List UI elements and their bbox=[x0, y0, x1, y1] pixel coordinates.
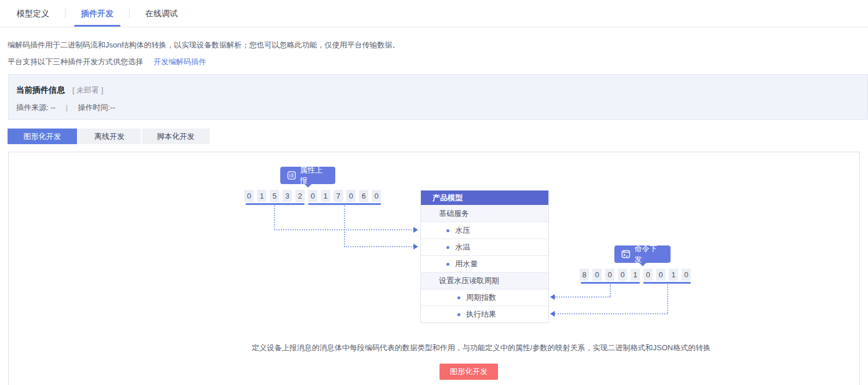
byte-cell: 0 bbox=[346, 190, 356, 202]
codec-description: 编解码插件用于二进制码流和Json结构体的转换，以实现设备数据解析；您也可以忽略… bbox=[8, 40, 400, 50]
top-tabs: 模型定义 插件开发 在线调试 bbox=[16, 0, 179, 27]
row-label: 用水量 bbox=[455, 259, 478, 269]
report-segment-2-underline bbox=[308, 203, 381, 205]
row-label: 基础服务 bbox=[439, 208, 469, 219]
tabs-divider bbox=[0, 27, 868, 27]
byte-cell: 6 bbox=[359, 190, 368, 202]
command-delivery-badge[interactable]: 命令下发 bbox=[614, 245, 671, 263]
command-byte-sequence: 8 0 0 0 1 0 0 1 0 bbox=[580, 269, 691, 281]
plugin-info-title-row: 当前插件信息 [ 未部署 ] bbox=[16, 85, 103, 96]
bullet-icon bbox=[446, 263, 449, 266]
bullet-icon bbox=[457, 313, 460, 316]
report-segment-1-underline bbox=[246, 203, 305, 205]
graphical-dev-button[interactable]: 图形化开发 bbox=[440, 364, 498, 380]
dev-options-label: 平台支持以下三种插件开发方式供您选择 bbox=[8, 57, 143, 66]
byte-cell: 0 bbox=[643, 269, 653, 281]
plugin-development-page: 模型定义 插件开发 在线调试 编解码插件用于二进制码流和Json结构体的转换，以… bbox=[0, 0, 868, 385]
dev-tab-offline[interactable]: 离线开发 bbox=[78, 129, 141, 144]
connector-report-2-vertical bbox=[344, 206, 345, 247]
tab-label: 在线调试 bbox=[145, 9, 178, 18]
command-segment-2-underline bbox=[643, 282, 691, 284]
command-segment-1-underline bbox=[581, 282, 640, 284]
tab-model-definition[interactable]: 模型定义 bbox=[16, 0, 50, 27]
bullet-icon bbox=[446, 229, 449, 232]
graphical-dev-panel: 属性上报 0 1 5 3 2 0 1 7 0 6 0 产品模型 基础 bbox=[8, 152, 860, 385]
badge-label: 属性上报 bbox=[300, 165, 328, 186]
model-row-water-temperature[interactable]: 水温 bbox=[421, 239, 548, 255]
tab-online-debug[interactable]: 在线调试 bbox=[144, 0, 179, 27]
connector-command-1-horizontal bbox=[555, 296, 610, 298]
row-label: 水压 bbox=[455, 225, 470, 236]
row-label: 设置水压读取周期 bbox=[439, 276, 499, 286]
model-row-water-pressure[interactable]: 水压 bbox=[421, 222, 548, 239]
bullet-icon bbox=[446, 246, 449, 249]
dev-mode-tabs: 图形化开发 离线开发 脚本化开发 bbox=[8, 129, 211, 144]
row-label: 水温 bbox=[455, 242, 470, 252]
develop-codec-link[interactable]: 开发编解码插件 bbox=[153, 57, 206, 66]
byte-cell: 1 bbox=[669, 269, 678, 281]
byte-cell: 1 bbox=[257, 190, 266, 202]
byte-cell: 0 bbox=[308, 190, 317, 202]
plugin-info-title: 当前插件信息 bbox=[16, 85, 65, 94]
byte-cell: 2 bbox=[295, 190, 305, 202]
attribute-report-badge[interactable]: 属性上报 bbox=[280, 167, 335, 184]
byte-cell: 1 bbox=[321, 190, 330, 202]
bullet-icon bbox=[457, 296, 460, 299]
plugin-info-meta-row: 插件来源: -- | 操作时间:-- bbox=[16, 102, 115, 113]
badge-label: 命令下发 bbox=[635, 244, 664, 265]
dev-tab-graphical[interactable]: 图形化开发 bbox=[8, 129, 77, 144]
byte-cell: 0 bbox=[656, 269, 665, 281]
byte-cell: 0 bbox=[605, 269, 614, 281]
byte-cell: 1 bbox=[631, 269, 640, 281]
dev-options-text: 平台支持以下三种插件开发方式供您选择开发编解码插件 bbox=[8, 57, 206, 67]
terminal-icon bbox=[621, 250, 631, 259]
connector-report-2-horizontal bbox=[344, 246, 414, 247]
model-row-basic-service[interactable]: 基础服务 bbox=[421, 205, 548, 222]
byte-cell: 0 bbox=[618, 269, 627, 281]
deploy-status-badge: [ 未部署 ] bbox=[72, 86, 103, 94]
connector-command-1-arrow bbox=[550, 294, 555, 300]
byte-cell: 8 bbox=[580, 269, 589, 281]
meta-separator: | bbox=[66, 103, 68, 112]
graphical-dev-caption: 定义设备上报消息的消息体中每段编码代表的数据类型和作用，与功能定义中的属性/参数… bbox=[250, 343, 713, 353]
connector-command-2-vertical bbox=[667, 284, 668, 313]
model-row-water-usage[interactable]: 用水量 bbox=[421, 255, 548, 272]
tab-separator bbox=[129, 9, 130, 18]
operation-time: 操作时间:-- bbox=[78, 103, 115, 112]
byte-cell: 3 bbox=[283, 190, 292, 202]
current-plugin-info-box: 当前插件信息 [ 未部署 ] 插件来源: -- | 操作时间:-- bbox=[8, 74, 868, 120]
connector-command-1-vertical bbox=[610, 284, 611, 296]
byte-cell: 5 bbox=[270, 190, 279, 202]
dev-tab-script[interactable]: 脚本化开发 bbox=[142, 129, 210, 144]
model-row-execution-result[interactable]: 执行结果 bbox=[421, 306, 548, 322]
row-label: 周期指数 bbox=[466, 292, 496, 303]
tab-separator bbox=[65, 9, 65, 18]
connector-report-1-vertical bbox=[274, 206, 275, 230]
row-label: 执行结果 bbox=[466, 309, 496, 320]
connector-command-2-arrow bbox=[550, 311, 555, 317]
model-row-period-index[interactable]: 周期指数 bbox=[421, 289, 548, 306]
product-model-table: 产品模型 基础服务 水压 水温 用水量 设置水压读取周期 周期指数 bbox=[420, 190, 549, 323]
tab-label: 模型定义 bbox=[17, 9, 49, 18]
byte-cell: 0 bbox=[244, 190, 254, 202]
list-icon bbox=[287, 171, 296, 180]
product-model-header: 产品模型 bbox=[421, 190, 548, 205]
connector-report-1-arrow bbox=[413, 227, 418, 233]
byte-cell: 0 bbox=[372, 190, 381, 202]
plugin-source: 插件来源: -- bbox=[16, 103, 56, 112]
tab-plugin-development[interactable]: 插件开发 bbox=[80, 0, 115, 27]
connector-report-2-arrow bbox=[413, 244, 418, 250]
byte-cell: 0 bbox=[682, 269, 691, 281]
byte-cell: 7 bbox=[334, 190, 343, 202]
model-row-set-pressure-period[interactable]: 设置水压读取周期 bbox=[421, 272, 548, 289]
connector-command-2-horizontal bbox=[555, 313, 668, 314]
tab-label: 插件开发 bbox=[81, 9, 113, 18]
byte-cell: 0 bbox=[592, 269, 602, 281]
report-byte-sequence: 0 1 5 3 2 0 1 7 0 6 0 bbox=[244, 190, 381, 202]
